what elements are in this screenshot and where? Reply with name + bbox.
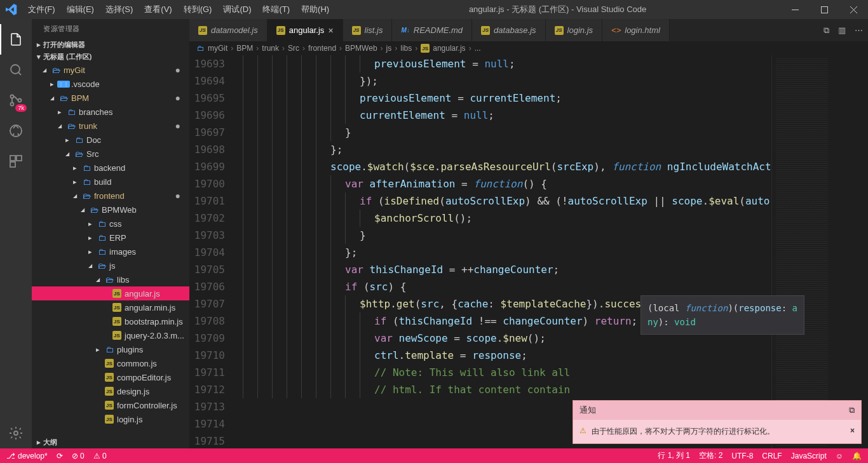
svg-point-4 <box>18 99 22 102</box>
menu-edit[interactable]: 编辑(E) <box>61 0 100 19</box>
tree-item-bpm[interactable]: ◢🗁BPM● <box>32 91 189 105</box>
js-file-icon: JS <box>481 26 490 35</box>
tree-label: ERP <box>109 233 126 243</box>
status-feedback[interactable]: ☺ <box>836 452 843 460</box>
tree-item-bootstrap-min-js[interactable]: JSbootstrap.min.js <box>32 314 189 328</box>
tree-item-design-js[interactable]: JSdesign.js <box>32 384 189 398</box>
explorer-icon[interactable] <box>0 24 32 55</box>
breadcrumb-item[interactable]: frontend <box>308 44 336 53</box>
toast-close-button[interactable]: × <box>850 426 855 435</box>
tree-item-angular-js[interactable]: JSangular.js <box>32 286 189 300</box>
code-editor[interactable]: 1969319694196951969619697196981969919700… <box>189 55 868 448</box>
status-encoding[interactable]: UTF-8 <box>731 452 753 460</box>
tree-item-compoeditor-js[interactable]: JScompoEditor.js <box>32 370 189 384</box>
tab-close-icon[interactable]: × <box>328 25 333 36</box>
status-branch[interactable]: ⎇develop* <box>6 452 48 460</box>
settings-gear-icon[interactable] <box>0 418 32 448</box>
js-file-icon: JS <box>198 26 207 35</box>
extensions-icon[interactable] <box>0 146 32 177</box>
tab-login-html[interactable]: <>login.html <box>602 19 670 41</box>
tree-item-css[interactable]: ▸🗀css <box>32 217 189 231</box>
svg-point-5 <box>10 125 22 137</box>
tree-item-frontend[interactable]: ◢🗁frontend● <box>32 189 189 203</box>
tab-database-js[interactable]: JSdatabase.js <box>472 19 546 41</box>
breadcrumbs[interactable]: 🗀myGit›BPM›trunk›Src›frontend›BPMWeb›js›… <box>189 41 868 55</box>
js-file-icon: JS <box>104 401 114 410</box>
tree-item-src[interactable]: ◢🗁Src <box>32 147 189 161</box>
tree-item-libs[interactable]: ◢🗁libs <box>32 272 189 286</box>
tab-datamodel-js[interactable]: JSdatamodel.js <box>189 19 268 41</box>
folder-icon: 🗁 <box>74 149 84 159</box>
workspace-section[interactable]: 无标题 (工作区) <box>32 51 189 63</box>
tree-label: Doc <box>86 135 101 145</box>
menu-debug[interactable]: 调试(D) <box>217 0 257 19</box>
breadcrumb-item[interactable]: BPMWeb <box>345 44 377 53</box>
menu-go[interactable]: 转到(G) <box>178 0 218 19</box>
open-editors-section[interactable]: 打开的编辑器 <box>32 39 189 51</box>
breadcrumb-item[interactable]: ... <box>475 44 481 53</box>
tree-item-js[interactable]: ◢🗁js <box>32 258 189 272</box>
status-eol[interactable]: CRLF <box>762 452 782 460</box>
tree-item-angular-min-js[interactable]: JSangular.min.js <box>32 300 189 314</box>
tree-label: libs <box>117 275 130 285</box>
tree-item-doc[interactable]: ▸🗀Doc <box>32 133 189 147</box>
tab-list-js[interactable]: JSlist.js <box>343 19 393 41</box>
tree-item-login-js[interactable]: JSlogin.js <box>32 412 189 426</box>
js-file-icon: JS <box>276 26 285 35</box>
more-actions-icon[interactable]: ⋯ <box>855 25 863 35</box>
breadcrumb-item[interactable]: js <box>386 44 392 53</box>
split-editor-icon[interactable]: ⧉ <box>824 25 829 36</box>
breadcrumb-item[interactable]: myGit <box>208 44 227 53</box>
menu-file[interactable]: 文件(F) <box>22 0 61 19</box>
menu-terminal[interactable]: 终端(T) <box>257 0 295 19</box>
debug-icon[interactable] <box>0 116 32 146</box>
breadcrumb-item[interactable]: libs <box>400 44 412 53</box>
tree-label: frontend <box>94 191 125 201</box>
tree-item-branches[interactable]: ▸🗀branches <box>32 105 189 119</box>
scm-icon[interactable]: 7k <box>0 85 32 116</box>
minimap[interactable] <box>771 55 832 448</box>
tree-label: plugins <box>117 345 143 354</box>
tree-item--vscode[interactable]: ▸⋮⋮.vscode <box>32 77 189 91</box>
status-sync[interactable]: ⟳ <box>57 452 63 460</box>
breadcrumb-item[interactable]: BPM <box>236 44 253 53</box>
tab-login-js[interactable]: JSlogin.js <box>546 19 602 41</box>
status-position[interactable]: 行 1, 列 1 <box>658 450 690 461</box>
tree-item-erp[interactable]: ▸🗀ERP <box>32 231 189 245</box>
breadcrumb-item[interactable]: angular.js <box>433 44 465 53</box>
tree-label: jquery-2.0.3.m... <box>125 331 184 340</box>
folder-icon: 🗀 <box>97 233 107 243</box>
close-button[interactable] <box>839 0 868 19</box>
tree-item-trunk[interactable]: ◢🗁trunk● <box>32 119 189 133</box>
maximize-button[interactable] <box>810 0 839 19</box>
breadcrumb-separator: › <box>469 44 471 53</box>
tab-readme-md[interactable]: M↓README.md <box>392 19 472 41</box>
menu-selection[interactable]: 选择(S) <box>100 0 139 19</box>
code-content[interactable]: previousElement = null;});previousElemen… <box>240 55 771 448</box>
status-language[interactable]: JavaScript <box>791 452 827 460</box>
tree-item-formcontroller-js[interactable]: JSformController.js <box>32 398 189 412</box>
breadcrumb-item[interactable]: Src <box>288 44 299 53</box>
search-icon[interactable] <box>0 55 32 85</box>
menu-help[interactable]: 帮助(H) <box>295 0 335 19</box>
menu-view[interactable]: 查看(V) <box>139 0 177 19</box>
tree-item-common-js[interactable]: JScommon.js <box>32 356 189 370</box>
status-notifications[interactable]: 🔔 <box>852 452 862 460</box>
minimize-button[interactable] <box>780 0 810 19</box>
tree-item-plugins[interactable]: ▸🗀plugins <box>32 342 189 356</box>
outline-section[interactable]: 大纲 <box>32 436 189 448</box>
tree-item-backend[interactable]: ▸🗀backend <box>32 161 189 175</box>
status-warnings[interactable]: ⚠ 0 <box>93 452 107 460</box>
tree-item-images[interactable]: ▸🗀images <box>32 245 189 258</box>
toast-expand-icon[interactable]: ⧉ <box>849 405 855 415</box>
tree-item-build[interactable]: ▸🗀build <box>32 175 189 189</box>
status-errors[interactable]: ⊘ 0 <box>72 452 85 460</box>
tree-item-jquery-2-0-3-m-[interactable]: JSjquery-2.0.3.m... <box>32 328 189 342</box>
status-spaces[interactable]: 空格: 2 <box>699 450 722 461</box>
vscode-logo-icon <box>0 4 22 15</box>
breadcrumb-item[interactable]: trunk <box>262 44 279 53</box>
tree-item-mygit[interactable]: ◢🗁myGit● <box>32 63 189 77</box>
tab-angular-js[interactable]: JSangular.js× <box>268 19 343 41</box>
tree-item-bpmweb[interactable]: ◢🗁BPMWeb <box>32 203 189 217</box>
toggle-layout-icon[interactable]: ▥ <box>838 25 846 35</box>
